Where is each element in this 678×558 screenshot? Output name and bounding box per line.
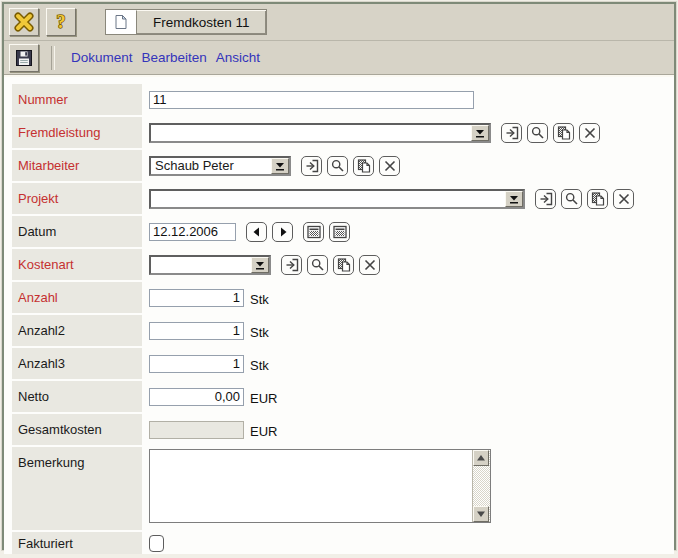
floppy-disk-icon <box>15 49 33 67</box>
netto-row: EUR <box>142 381 674 412</box>
fakturiert-row <box>142 532 674 554</box>
document-button[interactable] <box>106 10 136 34</box>
previous-day-button[interactable] <box>246 222 267 242</box>
menu-item-ansicht[interactable]: Ansicht <box>216 50 260 65</box>
menu-item-bearbeiten[interactable]: Bearbeiten <box>142 50 207 65</box>
fremdleistung-value <box>151 125 471 141</box>
window-title-tab[interactable]: Fremdkosten 11 <box>136 10 266 34</box>
fremdleistung-combobox[interactable] <box>149 123 491 143</box>
kostenart-copy-button[interactable] <box>333 255 354 275</box>
nummer-input[interactable] <box>149 91 474 109</box>
mitarbeiter-copy-button[interactable] <box>353 156 374 176</box>
kostenart-combobox[interactable] <box>149 255 271 275</box>
nummer-row <box>142 84 674 115</box>
menu-item-dokument[interactable]: Dokument <box>71 50 133 65</box>
mitarbeiter-dropdown-button[interactable] <box>271 158 289 174</box>
netto-label: Netto <box>12 381 142 412</box>
kostenart-goto-button[interactable] <box>281 255 302 275</box>
calendar-icon <box>306 224 322 240</box>
gesamtkosten-row: EUR <box>142 414 674 445</box>
anzahl-unit: Stk <box>250 292 269 307</box>
bemerkung-textarea[interactable] <box>149 449 491 523</box>
close-button[interactable] <box>9 8 39 36</box>
goto-icon <box>538 191 554 207</box>
anzahl3-row: Stk <box>142 348 674 379</box>
kostenart-row <box>142 249 674 280</box>
document-icon <box>113 14 129 30</box>
search-icon <box>530 125 546 141</box>
search-icon <box>310 257 326 273</box>
calendar-button-2[interactable] <box>329 222 350 242</box>
kostenart-search-button[interactable] <box>307 255 328 275</box>
projekt-row <box>142 183 674 214</box>
projekt-copy-button[interactable] <box>587 189 608 209</box>
toolbar-separator <box>51 46 55 70</box>
netto-input[interactable] <box>149 388 244 406</box>
projekt-dropdown-button[interactable] <box>505 191 523 207</box>
clear-icon <box>382 158 398 174</box>
arrow-right-icon <box>275 224 291 240</box>
bemerkung-scrollbar[interactable] <box>472 450 490 522</box>
close-icon <box>13 11 35 33</box>
mitarbeiter-goto-button[interactable] <box>301 156 322 176</box>
fremdleistung-label: Fremdleistung <box>12 117 142 148</box>
mitarbeiter-label: Mitarbeiter <box>12 150 142 181</box>
projekt-label: Projekt <box>12 183 142 214</box>
fremdleistung-dropdown-button[interactable] <box>471 125 489 141</box>
copy-icon <box>590 191 606 207</box>
anzahl2-label: Anzahl2 <box>12 315 142 346</box>
chevron-down-icon <box>474 127 486 139</box>
mitarbeiter-row: Schaub Peter <box>142 150 674 181</box>
copy-icon <box>556 125 572 141</box>
anzahl3-unit: Stk <box>250 358 269 373</box>
clear-icon <box>362 257 378 273</box>
fremdleistung-goto-button[interactable] <box>501 123 522 143</box>
anzahl3-label: Anzahl3 <box>12 348 142 379</box>
bemerkung-label: Bemerkung <box>12 447 142 530</box>
kostenart-clear-button[interactable] <box>359 255 380 275</box>
fremdleistung-clear-button[interactable] <box>579 123 600 143</box>
fremdkosten-form: Nummer Fremdleistung <box>4 77 674 554</box>
help-button[interactable] <box>46 8 76 36</box>
fakturiert-label: Fakturiert <box>12 532 142 554</box>
datum-row <box>142 216 674 247</box>
scroll-up-button[interactable] <box>473 450 489 466</box>
fremdleistung-search-button[interactable] <box>527 123 548 143</box>
chevron-down-icon <box>508 193 520 205</box>
search-icon <box>330 158 346 174</box>
scroll-down-button[interactable] <box>473 506 489 522</box>
anzahl-input[interactable] <box>149 289 244 307</box>
next-day-button[interactable] <box>272 222 293 242</box>
title-toolbar: Fremdkosten 11 <box>4 4 674 41</box>
arrow-left-icon <box>249 224 265 240</box>
mitarbeiter-combobox[interactable]: Schaub Peter <box>149 156 291 176</box>
mitarbeiter-clear-button[interactable] <box>379 156 400 176</box>
projekt-goto-button[interactable] <box>535 189 556 209</box>
triangle-up-icon <box>475 452 487 464</box>
anzahl-label: Anzahl <box>12 282 142 313</box>
gesamtkosten-unit: EUR <box>250 424 277 439</box>
goto-icon <box>284 257 300 273</box>
app-window: Fremdkosten 11 Dokument Bearbeiten Ansic… <box>2 2 676 550</box>
gesamtkosten-label: Gesamtkosten <box>12 414 142 445</box>
projekt-clear-button[interactable] <box>613 189 634 209</box>
mitarbeiter-search-button[interactable] <box>327 156 348 176</box>
projekt-combobox[interactable] <box>149 189 525 209</box>
clear-icon <box>582 125 598 141</box>
search-icon <box>564 191 580 207</box>
copy-icon <box>356 158 372 174</box>
mitarbeiter-value: Schaub Peter <box>151 158 271 174</box>
fakturiert-checkbox[interactable] <box>149 535 164 552</box>
anzahl2-input[interactable] <box>149 322 244 340</box>
datum-input[interactable] <box>149 223 236 241</box>
fremdleistung-copy-button[interactable] <box>553 123 574 143</box>
calendar-button-1[interactable] <box>303 222 324 242</box>
anzahl3-input[interactable] <box>149 355 244 373</box>
chevron-down-icon <box>274 160 286 172</box>
kostenart-dropdown-button[interactable] <box>251 257 269 273</box>
save-button[interactable] <box>9 44 39 72</box>
menu-toolbar: Dokument Bearbeiten Ansicht <box>4 41 674 74</box>
kostenart-value <box>151 257 251 273</box>
projekt-search-button[interactable] <box>561 189 582 209</box>
gesamtkosten-input <box>149 421 244 439</box>
